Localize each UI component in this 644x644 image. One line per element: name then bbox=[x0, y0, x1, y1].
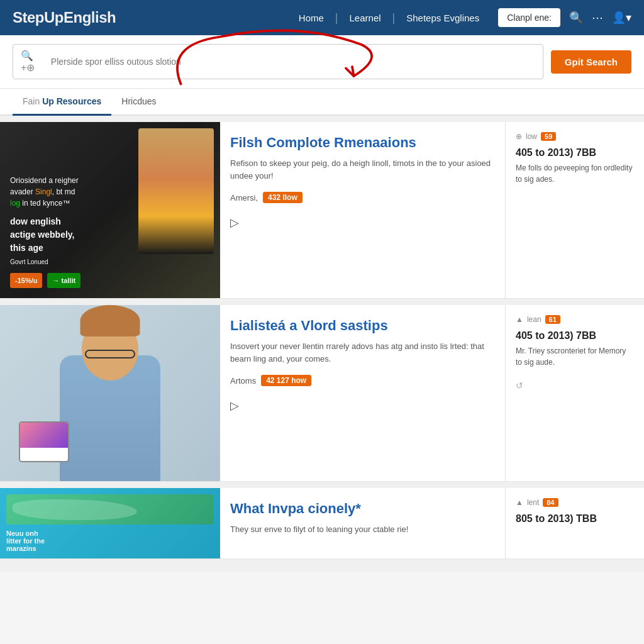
thumb-btn-orange: -15%/u bbox=[10, 273, 42, 289]
nav-learnel[interactable]: Learnel bbox=[338, 13, 392, 23]
card-title-1: Filsh Complote Rmenaaions bbox=[230, 135, 495, 151]
card-desc-1: Refison to skeep your peig, do a heigh l… bbox=[230, 157, 495, 182]
nav-clanpl-button[interactable]: Clanpl ene: bbox=[498, 8, 560, 27]
sidebar-id-1: 405 to 2013) 7BB bbox=[516, 147, 634, 158]
tabs-section: Fain Up Resources Hricdues bbox=[0, 89, 644, 116]
card-meta-2: Artoms 42 127 how bbox=[230, 375, 495, 386]
card-sidebar-3: ▲ lent 84 805 to 2013) TBB bbox=[506, 488, 644, 558]
card-content-2: Lialisteá a Vlord sastips Insovert your … bbox=[220, 305, 506, 481]
card-sidebar-2: ▲ lean 61 405 to 2013) 7BB Mr. Triey ssc… bbox=[506, 305, 644, 481]
thumb-text-3: Neuu onh litter for the marazins bbox=[6, 530, 214, 552]
sidebar-badge-2: 61 bbox=[545, 315, 560, 324]
card-badge-1: 432 llow bbox=[263, 192, 303, 203]
sidebar-icon-1: ⊕ bbox=[516, 132, 522, 141]
logo: StepUpEnglish bbox=[13, 9, 116, 26]
sidebar-id-2: 405 to 2013) 7BB bbox=[516, 330, 634, 341]
card-thumbnail-1: Oriosidend a reigher avader Singl, bt md… bbox=[0, 122, 220, 298]
thumb-btn-green: → tallit bbox=[47, 273, 80, 289]
sidebar-desc-2: Mr. Triey sscronteriet for Memory to sig… bbox=[516, 345, 634, 368]
card-play-1[interactable]: ▷ bbox=[230, 216, 495, 230]
sidebar-badge-3: 84 bbox=[543, 498, 558, 507]
card-sidebar-1: ⊕ low 59 405 to 2013) 7BB Me folls do pe… bbox=[506, 122, 644, 298]
card-desc-2: Insovert your never llentin rrarely adov… bbox=[230, 340, 495, 365]
search-bar-section: 🔍+⊕ Gpit Search bbox=[0, 35, 644, 89]
search-button[interactable]: Gpit Search bbox=[551, 50, 631, 74]
card-content-3: What Invpa cionely* They sur enve to fil… bbox=[220, 488, 506, 558]
card-meta-label-2: Artoms bbox=[230, 376, 256, 386]
card-play-2[interactable]: ▷ bbox=[230, 399, 495, 413]
resource-card-2: Lialisteá a Vlord sastips Insovert your … bbox=[0, 305, 644, 482]
sidebar-id-3: 805 to 2013) TBB bbox=[516, 513, 634, 525]
nav: Home | Learnel | Sheteps Evglines Clanpl… bbox=[287, 8, 560, 27]
card-title-2: Lialisteá a Vlord sastips bbox=[230, 318, 495, 334]
card-content-1: Filsh Complote Rmenaaions Refison to ske… bbox=[220, 122, 506, 298]
nav-home[interactable]: Home bbox=[287, 13, 335, 23]
sidebar-desc-1: Me folls do peveeping fon ordledity to s… bbox=[516, 162, 634, 185]
tab-hricdues[interactable]: Hricdues bbox=[111, 89, 166, 116]
resource-card-3: Neuu onh litter for the marazins What In… bbox=[0, 488, 644, 559]
sidebar-icon-3: ▲ bbox=[516, 498, 523, 507]
logo-text: StepUp bbox=[13, 9, 64, 26]
sidebar-label-2: lean bbox=[527, 315, 541, 324]
tab-prefix: Fain bbox=[23, 96, 40, 106]
sidebar-label-1: low bbox=[526, 132, 537, 141]
card-meta-1: Amersi, 432 llow bbox=[230, 192, 495, 203]
sidebar-badge-row-1: ⊕ low 59 bbox=[516, 132, 634, 141]
header: StepUpEnglish Home | Learnel | Sheteps E… bbox=[0, 0, 644, 35]
share-icon[interactable]: ⋯ bbox=[592, 11, 603, 25]
tab-label: Up Resources bbox=[42, 96, 101, 106]
resource-card-1: Oriosidend a reigher avader Singl, bt md… bbox=[0, 122, 644, 299]
card-title-3: What Invpa cionely* bbox=[230, 501, 495, 517]
sidebar-badge-row-2: ▲ lean 61 bbox=[516, 315, 634, 324]
card-badge-2: 42 127 how bbox=[261, 375, 311, 386]
tab-up-resources[interactable]: Fain Up Resources bbox=[13, 89, 111, 116]
thumb-text-1: Oriosidend a reigher avader Singl, bt md… bbox=[10, 175, 210, 289]
scroll-icon: ↺ bbox=[516, 380, 634, 391]
header-icons: 🔍 ⋯ 👤▾ bbox=[569, 11, 631, 25]
content-area: Oriosidend a reigher avader Singl, bt md… bbox=[0, 116, 644, 572]
nav-sheteps[interactable]: Sheteps Evglines bbox=[395, 13, 491, 23]
card-desc-3: They sur enve to filyt of to leaning you… bbox=[230, 523, 495, 536]
search-input-wrapper: 🔍+⊕ bbox=[13, 44, 543, 79]
card-thumbnail-3: Neuu onh litter for the marazins bbox=[0, 488, 220, 558]
thumb-tablet bbox=[19, 421, 69, 462]
sidebar-icon-2: ▲ bbox=[516, 315, 523, 324]
card-thumbnail-2 bbox=[0, 305, 220, 481]
search-icon[interactable]: 🔍 bbox=[569, 11, 583, 25]
search-input[interactable] bbox=[51, 57, 535, 67]
sidebar-badge-row-3: ▲ lent 84 bbox=[516, 498, 634, 507]
sidebar-badge-1: 59 bbox=[541, 132, 556, 141]
user-icon[interactable]: 👤▾ bbox=[612, 11, 631, 25]
sidebar-label-3: lent bbox=[527, 498, 539, 507]
card-meta-label-1: Amersi, bbox=[230, 193, 258, 203]
search-icon-inline: 🔍+⊕ bbox=[21, 50, 46, 74]
